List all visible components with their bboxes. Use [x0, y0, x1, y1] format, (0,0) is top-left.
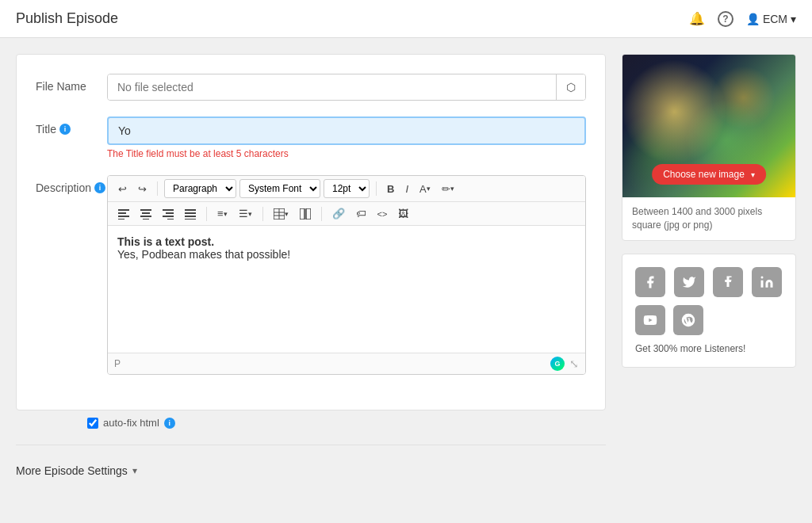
editor-line-1: This is a text post.	[117, 235, 214, 248]
layout-button[interactable]	[296, 206, 315, 222]
title-input[interactable]	[107, 116, 586, 145]
left-panel: File Name ⬡ Title i	[16, 54, 606, 523]
file-name-input[interactable]	[108, 74, 556, 100]
size-select[interactable]: 12pt	[324, 179, 370, 198]
social-promo-text: Get 300% more Listeners!	[635, 343, 783, 354]
file-input-container: ⬡	[107, 74, 586, 101]
page-title: Publish Episode	[16, 10, 118, 27]
linkedin-icon[interactable]	[752, 267, 782, 297]
bell-icon[interactable]: 🔔	[689, 11, 705, 26]
twitter-logo	[682, 275, 696, 289]
right-panel: Choose new image ▾ Between 1400 and 3000…	[622, 54, 796, 523]
resize-handle[interactable]: ⤡	[569, 357, 579, 370]
youtube-icon[interactable]	[635, 305, 665, 335]
bullet-chevron-icon: ▾	[224, 210, 228, 218]
facebook-logo	[643, 275, 657, 289]
header-actions: 🔔 ? 👤 ECM ▾	[689, 11, 796, 27]
toolbar-sep-2	[376, 181, 377, 196]
toolbar-sep-3	[206, 207, 207, 221]
description-info-icon[interactable]: i	[94, 182, 105, 193]
align-right-button[interactable]	[159, 206, 178, 222]
linkedin-logo	[760, 275, 774, 289]
link-button[interactable]: 🔗	[328, 205, 349, 222]
svg-rect-2	[118, 216, 129, 217]
file-name-row: File Name ⬡	[36, 74, 586, 101]
italic-button[interactable]: I	[401, 181, 412, 197]
tumblr-icon[interactable]	[713, 267, 743, 297]
table-chevron-icon: ▾	[285, 210, 289, 218]
align-right-icon	[163, 208, 174, 220]
autofix-checkbox[interactable]	[87, 418, 98, 429]
image-card: Choose new image ▾ Between 1400 and 3000…	[622, 54, 796, 241]
redo-button[interactable]: ↪	[134, 181, 151, 197]
bookmark-button[interactable]: 🏷	[352, 205, 370, 222]
toolbar-row-1: ↩ ↪ Paragraph System Font 12pt	[108, 176, 585, 202]
align-center-button[interactable]	[136, 206, 155, 222]
description-row: Description i ↩ ↪ Paragraph	[36, 175, 586, 375]
highlight-button[interactable]: ✏ ▾	[438, 181, 458, 197]
bold-button[interactable]: B	[383, 181, 398, 197]
toolbar-row-2: ≡ ▾ ☰ ▾	[108, 202, 585, 226]
highlight-icon: ✏	[442, 183, 450, 195]
header: Publish Episode 🔔 ? 👤 ECM ▾	[0, 0, 812, 38]
color-chevron-icon: ▾	[427, 185, 431, 193]
facebook-icon[interactable]	[635, 267, 665, 297]
twitter-icon[interactable]	[674, 267, 704, 297]
font-select[interactable]: System Font	[239, 179, 320, 198]
autofix-label: auto-fix html	[103, 417, 159, 429]
grammarly-icon[interactable]: G	[550, 357, 565, 371]
description-label: Description i	[36, 175, 107, 194]
file-name-label: File Name	[36, 74, 107, 93]
justify-button[interactable]	[181, 206, 200, 222]
paragraph-select[interactable]: Paragraph	[164, 179, 236, 198]
bullet-list-icon: ≡	[217, 208, 224, 220]
ordered-list-button[interactable]: ☰ ▾	[235, 205, 256, 222]
social-icons-row2	[635, 305, 783, 335]
file-browse-button[interactable]: ⬡	[556, 74, 585, 100]
youtube-logo	[643, 313, 657, 327]
align-left-icon	[118, 208, 129, 220]
main-content: File Name ⬡ Title i	[0, 38, 812, 523]
toolbar-sep-5	[321, 207, 322, 221]
align-center-icon	[140, 208, 151, 220]
align-left-button[interactable]	[114, 206, 133, 222]
title-label: Title i	[36, 116, 107, 136]
svg-rect-0	[118, 209, 129, 211]
wordpress-icon[interactable]	[673, 305, 703, 335]
more-episode-settings[interactable]: More Episode Settings ▾	[16, 461, 606, 480]
editor-content-area[interactable]: This is a text post. Yes, Podbean makes …	[108, 226, 585, 353]
title-row: Title i The Title field must be at least…	[36, 116, 586, 159]
svg-rect-10	[163, 216, 174, 217]
editor-line-2: Yes, Podbean makes that possible!	[117, 248, 576, 261]
image-hint: Between 1400 and 3000 pixels square (jpg…	[622, 197, 795, 240]
code-icon: <>	[377, 209, 388, 219]
insert-image-icon: 🖼	[398, 208, 408, 220]
user-menu[interactable]: 👤 ECM ▾	[746, 13, 796, 25]
section-divider	[16, 445, 606, 445]
font-color-icon: A	[419, 183, 427, 195]
form-card: File Name ⬡ Title i	[16, 54, 606, 410]
title-info-icon[interactable]: i	[59, 124, 71, 135]
code-button[interactable]: <>	[373, 207, 392, 221]
svg-rect-11	[167, 219, 174, 220]
editor-footer: P G ⤡	[108, 353, 585, 374]
file-name-input-wrap: ⬡	[107, 74, 586, 101]
svg-rect-9	[166, 212, 174, 214]
autofix-info-icon[interactable]: i	[164, 418, 175, 429]
help-icon[interactable]: ?	[718, 11, 733, 27]
svg-rect-3	[118, 219, 124, 220]
bookmark-icon: 🏷	[356, 208, 366, 220]
insert-image-button[interactable]: 🖼	[394, 205, 412, 222]
undo-button[interactable]: ↩	[114, 181, 131, 197]
font-color-button[interactable]: A ▾	[416, 181, 435, 197]
bullet-list-button[interactable]: ≡ ▾	[213, 205, 232, 222]
wordpress-logo	[681, 313, 695, 327]
user-label: ECM	[763, 13, 787, 25]
svg-rect-1	[118, 212, 126, 214]
svg-rect-7	[143, 219, 149, 220]
social-card: Get 300% more Listeners!	[622, 254, 796, 368]
table-button[interactable]: ▾	[270, 206, 293, 222]
user-icon: 👤	[746, 13, 760, 25]
svg-rect-12	[185, 209, 196, 211]
choose-image-button[interactable]: Choose new image ▾	[652, 164, 766, 185]
